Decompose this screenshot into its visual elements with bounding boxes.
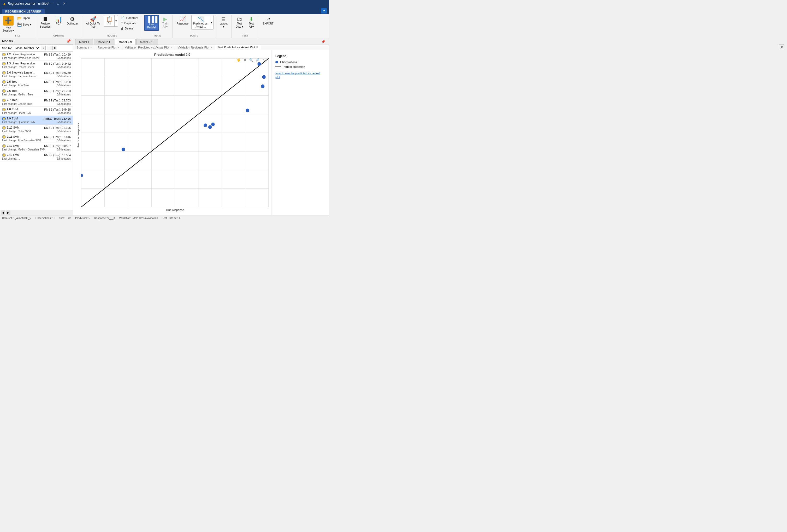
model-tabs: Model 1 Model 2.1 Model 2.9 Model 2.19 📌: [73, 38, 329, 45]
model-tab-1[interactable]: Model 1: [75, 39, 93, 45]
model-item-2-2[interactable]: ⭐2.2 Linear Regression RMSE (Test): 10.4…: [0, 52, 73, 61]
optimizer-icon: ⚙: [70, 17, 75, 22]
pca-button[interactable]: 📊 PCA: [54, 15, 64, 27]
zoom-in-button[interactable]: 🔍: [249, 58, 254, 63]
delete-model-button[interactable]: 🗑: [52, 46, 57, 50]
test-data-button[interactable]: 🗂 TestData ▾: [234, 15, 245, 30]
regression-learner-tab[interactable]: REGRESSION LEARNER: [2, 9, 45, 14]
model-item-2-7[interactable]: ⭐2.7 Tree RMSE (Test): 29.703 Last chang…: [0, 97, 73, 106]
model-item-2-6[interactable]: ⭐2.6 Tree RMSE (Test): 29.703 Last chang…: [0, 88, 73, 97]
model-item-2-9[interactable]: ⭐2.9 SVM RMSE (Test): 15.496 Last change…: [0, 116, 73, 125]
model-item-2-10[interactable]: ⭐2.10 SVM RMSE (Test): 12.195 Last chang…: [0, 125, 73, 134]
sort-asc-button[interactable]: ↑: [47, 46, 51, 50]
minimize-button[interactable]: ─: [49, 1, 54, 6]
pan-tool-button[interactable]: 🖐: [236, 58, 241, 63]
delete-button[interactable]: 🗑 Delete: [119, 26, 140, 31]
legend-link[interactable]: How to use the predicted vs. actual plot: [275, 71, 325, 80]
save-button[interactable]: 💾 Save ▾: [15, 22, 34, 27]
model-item-2-12[interactable]: ⭐2.12 SVM RMSE (Test): 9.8527 Last chang…: [0, 143, 73, 152]
duplicate-icon: ⊞: [121, 21, 123, 25]
plot-tab-test-predicted[interactable]: Test Predicted vs. Actual Plot ✕: [215, 45, 261, 50]
plot-tab-val-predicted-close[interactable]: ✕: [170, 46, 172, 49]
model-tab-2-9[interactable]: Model 2.9: [114, 39, 135, 45]
plot-tab-response-label: Response Plot: [98, 46, 116, 49]
sort-select[interactable]: Model Number: [13, 46, 40, 50]
model-panel: Models 📌 Sort by: Model Number ↓ ↑ 🗑 ⭐2.…: [0, 38, 73, 215]
predicted-actual-button[interactable]: 📉 Predicted vs.Actual ...: [192, 15, 210, 29]
model-item-features: 3/5 features: [57, 57, 71, 60]
export-button[interactable]: ↗ EXPORT: [261, 15, 275, 27]
help-button[interactable]: ?: [321, 8, 327, 14]
legend-item-observations: Observations: [275, 61, 325, 64]
ribbon-section-options: ≣ FeatureSelection 📊 PCA ⚙ Optimizer OPT…: [36, 15, 82, 38]
sort-desc-button[interactable]: ↓: [41, 46, 46, 50]
all-button-group: 📋 All ▾: [104, 15, 118, 27]
delete-label: Delete: [125, 27, 133, 30]
model-icon-2-8: ⭐: [2, 108, 6, 111]
model-panel-pin[interactable]: 📌: [66, 39, 71, 43]
obs-8: [262, 75, 265, 79]
plot-tab-response-close[interactable]: ✕: [118, 46, 120, 49]
layout-button[interactable]: ⊟ Layout▾: [218, 15, 230, 30]
plot-tab-summary[interactable]: Summary ✕: [74, 45, 95, 50]
model-item-2-8[interactable]: ⭐2.8 SVM RMSE (Test): 9.5428 Last change…: [0, 107, 73, 116]
plot-tab-test-predicted-close[interactable]: ✕: [256, 46, 258, 48]
plot-tab-summary-close[interactable]: ✕: [90, 46, 92, 49]
reset-view-button[interactable]: ⌂: [261, 58, 266, 63]
sort-by-label: Sort by:: [2, 46, 12, 49]
summary-button[interactable]: 📄 Summary: [119, 15, 140, 20]
plot-tab-response[interactable]: Response Plot ✕: [95, 45, 123, 50]
model-item-rmse: RMSE (Test): 29.703: [44, 89, 71, 93]
model-item-rmse: RMSE (Test): 29.703: [44, 99, 71, 102]
all-button[interactable]: 📋 All: [104, 15, 114, 26]
model-tab-2-1[interactable]: Model 2.1: [94, 39, 114, 45]
model-item-features: 3/5 features: [57, 112, 71, 114]
test-all-button[interactable]: ⬇ TestAll ▾: [246, 15, 257, 30]
chart-svg: 100 110 120 130 140 150 160 170 180 100 …: [81, 58, 269, 207]
model-tabs-pin[interactable]: 📌: [320, 39, 327, 45]
train-all-button[interactable]: ▶ TrainAll ▾: [160, 15, 170, 30]
all-label: All: [108, 22, 111, 25]
model-item-id: ⭐2.9 SVM: [2, 117, 18, 120]
model-item-2-5[interactable]: ⭐2.5 Tree RMSE (Test): 12.929 Last chang…: [0, 79, 73, 88]
status-response: Response: V___3: [94, 217, 115, 220]
model-item-id: ⭐2.7 Tree: [2, 98, 17, 102]
rotate-tool-button[interactable]: ↻: [242, 58, 248, 63]
model-item-id: ⭐2.8 SVM: [2, 108, 18, 111]
model-item-features: 3/5 features: [57, 139, 71, 142]
all-dropdown-arrow[interactable]: ▾: [114, 15, 118, 26]
scroll-right-button[interactable]: ▶: [6, 210, 10, 215]
plot-tab-val-residuals[interactable]: Validation Residuals Plot ✕: [175, 45, 215, 50]
model-item-rmse: RMSE (Test): 9.0289: [44, 71, 71, 74]
legend-item-perfect: Perfect prediction: [275, 65, 325, 68]
zoom-out-button[interactable]: 🔎: [255, 58, 260, 63]
delete-icon: 🗑: [121, 27, 124, 30]
model-item-2-3[interactable]: ⭐2.3 Linear Regression RMSE (Test): 9.34…: [0, 61, 73, 70]
open-button[interactable]: 📂 Open: [15, 15, 34, 21]
new-session-button[interactable]: ➕ NewSession ▾: [2, 15, 14, 33]
ribbon-test-items: 🗂 TestData ▾ ⬇ TestAll ▾: [234, 15, 257, 34]
model-item-change: Last change: Medium Tree: [2, 93, 33, 96]
duplicate-button[interactable]: ⊞ Duplicate: [119, 21, 140, 26]
maximize-button[interactable]: □: [56, 1, 60, 6]
model-item-2-11[interactable]: ⭐2.11 SVM RMSE (Test): 13.816 Last chang…: [0, 134, 73, 143]
model-item-2-13[interactable]: ⭐2.13 SVM RMSE (Test): 16.584 Last chang…: [0, 152, 73, 161]
ribbon-options-label: OPTIONS: [38, 34, 80, 38]
all-quick-to-train-button[interactable]: 🚀 All Quick-To-Train: [84, 15, 103, 30]
plot-tab-val-predicted[interactable]: Validation Predicted vs. Actual Plot ✕: [123, 45, 175, 50]
plot-tab-val-residuals-close[interactable]: ✕: [210, 46, 212, 49]
model-tab-2-19[interactable]: Model 2.19: [136, 39, 158, 45]
use-parallel-button[interactable]: ▐▐▐ UseParallel: [144, 15, 159, 31]
predicted-actual-icon: 📉: [197, 17, 204, 22]
feature-selection-button[interactable]: ≣ FeatureSelection: [38, 15, 52, 30]
close-button[interactable]: ✕: [62, 1, 67, 6]
ribbon-models-stack: 📄 Summary ⊞ Duplicate 🗑 Delete: [119, 15, 140, 31]
scroll-left-button[interactable]: ◀: [1, 210, 5, 215]
model-item-2-4[interactable]: ⭐2.4 Stepwise Linear ... RMSE (Test): 9.…: [0, 70, 73, 79]
predicted-actual-arrow[interactable]: ▾: [210, 15, 213, 29]
response-button[interactable]: 📈 Response: [175, 15, 190, 27]
ribbon-train-items: ▐▐▐ UseParallel ▶ TrainAll ▾: [144, 15, 170, 34]
model-icon-2-6: ⭐: [2, 89, 6, 93]
optimizer-button[interactable]: ⚙ Optimizer: [65, 15, 80, 27]
model-item-change: Last change: Cubic SVM: [2, 130, 31, 133]
